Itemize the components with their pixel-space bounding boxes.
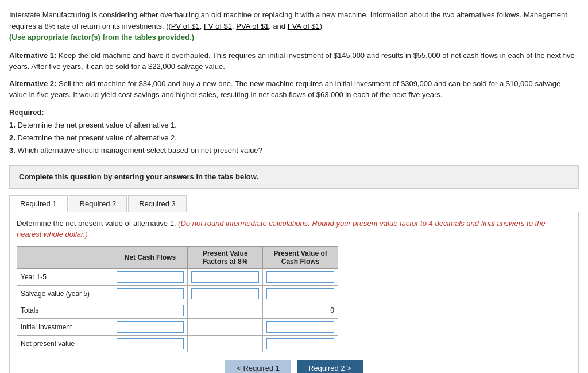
prev-button[interactable]: < Required 1: [225, 360, 291, 373]
tabs-row: Required 1 Required 2 Required 3: [9, 195, 579, 212]
pvcf-initial-cell[interactable]: [263, 318, 338, 335]
required-title: Required:: [9, 108, 44, 117]
alt1-text: Keep the old machine and have it overhau…: [9, 51, 575, 71]
alt2-label: Alternative 2:: [9, 79, 56, 88]
col-header-pvcf: Present Value of Cash Flows: [263, 246, 338, 268]
row-label-year15: Year 1-5: [17, 268, 113, 285]
next-button[interactable]: Required 2 >: [297, 360, 363, 373]
pvf-npv-cell: [188, 335, 263, 352]
complete-box-text: Complete this question by entering your …: [19, 172, 258, 181]
pvcf-npv-input[interactable]: [266, 338, 334, 349]
row-label-totals: Totals: [17, 302, 113, 318]
pvcf-totals-value: 0: [263, 302, 338, 318]
tab-content-required1: Determine the net present value of alter…: [9, 212, 579, 373]
table-row-initial: Initial investment: [17, 318, 338, 335]
instruction-main: Determine the net present value of alter…: [17, 219, 178, 228]
nav-buttons: < Required 1 Required 2 >: [17, 360, 571, 373]
pva-link[interactable]: PVA of $1: [236, 22, 269, 30]
required-item-2: 2. Determine the net present value of al…: [9, 132, 579, 144]
intro-paragraph: Interstate Manufacturing is considering …: [9, 9, 579, 43]
alternative1-section: Alternative 1: Keep the old machine and …: [9, 50, 579, 72]
pvcf-salvage-input[interactable]: [266, 288, 334, 299]
col-header-label: [17, 246, 113, 268]
fva-link[interactable]: FVA of $1: [288, 22, 320, 30]
row-label-salvage: Salvage value (year 5): [17, 285, 113, 302]
ncf-salvage-cell[interactable]: [113, 285, 188, 302]
ncf-npv-cell[interactable]: [113, 335, 188, 352]
tab-required2[interactable]: Required 2: [69, 195, 127, 212]
alt2-text: Sell the old machine for $34,000 and buy…: [9, 79, 560, 99]
ncf-initial-input[interactable]: [117, 321, 184, 333]
complete-box: Complete this question by entering your …: [9, 165, 579, 189]
required-section: Required: 1. Determine the net present v…: [9, 106, 579, 157]
ncf-year15-input[interactable]: [117, 271, 184, 283]
pvcf-npv-cell[interactable]: [263, 335, 338, 352]
alternative2-section: Alternative 2: Sell the old machine for …: [9, 78, 579, 101]
ncf-year15-cell[interactable]: [113, 268, 188, 285]
pvcf-salvage-cell[interactable]: [263, 285, 338, 302]
col-header-pvf: Present Value Factors at 8%: [188, 246, 263, 268]
alt1-label: Alternative 1:: [9, 51, 56, 60]
row-label-npv: Net present value: [17, 335, 113, 352]
pvcf-year15-cell[interactable]: [263, 268, 338, 285]
npv-table: Net Cash Flows Present Value Factors at …: [17, 246, 338, 352]
ncf-totals-input[interactable]: [117, 305, 184, 316]
pvf-salvage-input[interactable]: [191, 288, 259, 299]
required-item-1: 1. Determine the net present value of al…: [9, 119, 579, 132]
row-label-initial: Initial investment: [17, 318, 113, 335]
pvcf-year15-input[interactable]: [266, 271, 334, 283]
pvf-year15-cell[interactable]: [188, 268, 263, 285]
col-header-ncf: Net Cash Flows: [113, 246, 188, 268]
pvf-salvage-cell[interactable]: [188, 285, 263, 302]
pvf-totals-cell: [188, 302, 263, 318]
tab-instruction: Determine the net present value of alter…: [17, 218, 571, 240]
ncf-totals-cell[interactable]: [113, 302, 188, 318]
pv-link[interactable]: PV of $1: [171, 22, 200, 30]
table-row-totals: Totals 0: [17, 302, 338, 318]
ncf-npv-input[interactable]: [117, 338, 184, 349]
required-item-3: 3. Which alternative should management s…: [9, 144, 579, 157]
pvcf-initial-input[interactable]: [266, 321, 334, 333]
ncf-salvage-input[interactable]: [117, 288, 184, 299]
pvf-initial-cell: [188, 318, 263, 335]
table-row-npv: Net present value: [17, 335, 338, 352]
use-tables-instruction: (Use appropriate factor(s) from the tabl…: [9, 33, 194, 41]
pvf-year15-input[interactable]: [191, 271, 259, 283]
table-row-salvage: Salvage value (year 5): [17, 285, 338, 302]
table-row-year15: Year 1-5: [17, 268, 338, 285]
tab-required1[interactable]: Required 1: [9, 195, 68, 212]
ncf-initial-cell[interactable]: [113, 318, 188, 335]
tab-required3[interactable]: Required 3: [128, 195, 187, 212]
fv-link[interactable]: FV of $1: [204, 22, 232, 30]
